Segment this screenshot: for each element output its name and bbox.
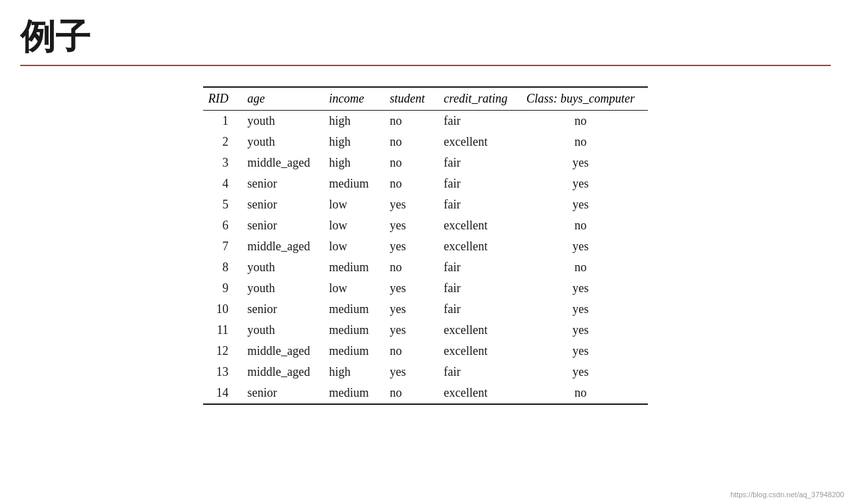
cell-income: medium <box>324 257 385 278</box>
cell-buys-computer: no <box>521 383 649 404</box>
cell-credit-rating: fair <box>439 173 521 194</box>
cell-income: medium <box>324 383 385 404</box>
cell-buys-computer: no <box>521 215 649 236</box>
cell-rid: 4 <box>203 173 242 194</box>
cell-rid: 6 <box>203 215 242 236</box>
cell-buys-computer: yes <box>521 152 649 173</box>
table-row: 9youthlowyesfairyes <box>203 278 649 299</box>
cell-credit-rating: fair <box>439 299 521 320</box>
cell-credit-rating: fair <box>439 152 521 173</box>
cell-buys-computer: yes <box>521 320 649 341</box>
col-header-income: income <box>324 87 385 111</box>
cell-credit-rating: excellent <box>439 215 521 236</box>
page-title: 例子 <box>20 13 831 61</box>
cell-income: high <box>324 152 385 173</box>
cell-income: low <box>324 278 385 299</box>
cell-rid: 13 <box>203 362 242 383</box>
table-row: 13middle_agedhighyesfairyes <box>203 362 649 383</box>
cell-income: medium <box>324 320 385 341</box>
cell-rid: 10 <box>203 299 242 320</box>
cell-age: middle_aged <box>242 152 324 173</box>
cell-income: high <box>324 132 385 152</box>
cell-rid: 12 <box>203 341 242 362</box>
table-row: 14seniormediumnoexcellentno <box>203 383 649 404</box>
cell-income: low <box>324 236 385 257</box>
cell-buys-computer: no <box>521 132 649 152</box>
cell-income: medium <box>324 173 385 194</box>
cell-student: yes <box>385 215 439 236</box>
cell-buys-computer: no <box>521 257 649 278</box>
table-row: 2youthhighnoexcellentno <box>203 132 649 152</box>
cell-buys-computer: yes <box>521 278 649 299</box>
cell-credit-rating: excellent <box>439 236 521 257</box>
cell-age: youth <box>242 111 324 132</box>
table-body: 1youthhighnofairno2youthhighnoexcellentn… <box>203 111 649 405</box>
col-header-buys-computer: Class: buys_computer <box>521 87 649 111</box>
watermark: https://blog.csdn.net/aq_37948200 <box>730 491 844 499</box>
cell-credit-rating: excellent <box>439 341 521 362</box>
cell-buys-computer: no <box>521 111 649 132</box>
cell-credit-rating: fair <box>439 194 521 215</box>
table-row: 6seniorlowyesexcellentno <box>203 215 649 236</box>
cell-student: no <box>385 341 439 362</box>
cell-buys-computer: yes <box>521 173 649 194</box>
cell-age: middle_aged <box>242 236 324 257</box>
cell-age: senior <box>242 194 324 215</box>
table-row: 10seniormediumyesfairyes <box>203 299 649 320</box>
cell-rid: 11 <box>203 320 242 341</box>
table-row: 5seniorlowyesfairyes <box>203 194 649 215</box>
cell-age: senior <box>242 299 324 320</box>
table-wrapper: RID age income student credit_rating Cla… <box>20 86 831 405</box>
cell-age: middle_aged <box>242 341 324 362</box>
cell-age: youth <box>242 320 324 341</box>
cell-buys-computer: yes <box>521 362 649 383</box>
cell-income: medium <box>324 299 385 320</box>
col-header-rid: RID <box>203 87 242 111</box>
cell-age: senior <box>242 215 324 236</box>
page-container: 例子 RID age income student credit_rating … <box>0 0 851 504</box>
cell-rid: 7 <box>203 236 242 257</box>
cell-student: yes <box>385 194 439 215</box>
table-row: 8youthmediumnofairno <box>203 257 649 278</box>
table-row: 12middle_agedmediumnoexcellentyes <box>203 341 649 362</box>
cell-rid: 2 <box>203 132 242 152</box>
table-header-row: RID age income student credit_rating Cla… <box>203 87 649 111</box>
cell-income: high <box>324 362 385 383</box>
cell-student: no <box>385 132 439 152</box>
cell-rid: 9 <box>203 278 242 299</box>
col-header-credit-rating: credit_rating <box>439 87 521 111</box>
cell-age: youth <box>242 257 324 278</box>
cell-buys-computer: yes <box>521 194 649 215</box>
cell-age: senior <box>242 383 324 404</box>
cell-income: high <box>324 111 385 132</box>
cell-student: no <box>385 383 439 404</box>
table-row: 3middle_agedhighnofairyes <box>203 152 649 173</box>
cell-student: yes <box>385 362 439 383</box>
cell-rid: 1 <box>203 111 242 132</box>
cell-credit-rating: excellent <box>439 132 521 152</box>
cell-age: middle_aged <box>242 362 324 383</box>
cell-buys-computer: yes <box>521 236 649 257</box>
cell-income: low <box>324 215 385 236</box>
cell-credit-rating: fair <box>439 111 521 132</box>
cell-rid: 14 <box>203 383 242 404</box>
cell-credit-rating: excellent <box>439 383 521 404</box>
cell-credit-rating: fair <box>439 257 521 278</box>
cell-buys-computer: yes <box>521 341 649 362</box>
cell-student: yes <box>385 236 439 257</box>
cell-student: yes <box>385 299 439 320</box>
col-header-age: age <box>242 87 324 111</box>
table-row: 11youthmediumyesexcellentyes <box>203 320 649 341</box>
cell-credit-rating: excellent <box>439 320 521 341</box>
cell-income: medium <box>324 341 385 362</box>
cell-rid: 8 <box>203 257 242 278</box>
cell-buys-computer: yes <box>521 299 649 320</box>
cell-age: youth <box>242 132 324 152</box>
table-row: 4seniormediumnofairyes <box>203 173 649 194</box>
col-header-student: student <box>385 87 439 111</box>
table-row: 1youthhighnofairno <box>203 111 649 132</box>
cell-student: yes <box>385 320 439 341</box>
cell-rid: 5 <box>203 194 242 215</box>
cell-age: senior <box>242 173 324 194</box>
title-divider <box>20 65 831 66</box>
